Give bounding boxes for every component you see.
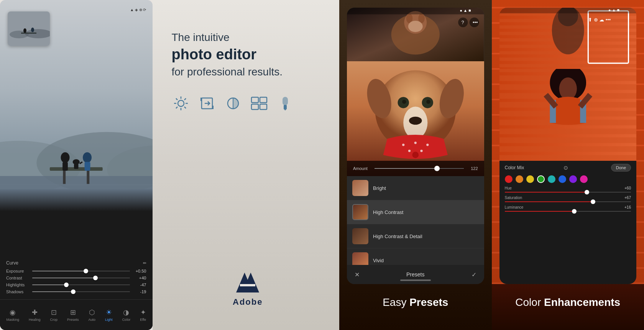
done-button[interactable]: Done xyxy=(611,164,631,172)
toolbar-color[interactable]: ◑ Color xyxy=(122,308,131,322)
toolbar-crop[interactable]: ⊡ Crop xyxy=(50,308,58,322)
amount-slider[interactable] xyxy=(375,168,464,169)
confirm-button[interactable]: ✓ xyxy=(472,271,476,278)
preset-bright-thumb xyxy=(352,180,368,196)
exposure-thumb[interactable] xyxy=(84,269,88,273)
saturation-label: Saturation xyxy=(505,196,522,200)
amount-thumb[interactable] xyxy=(434,166,440,171)
phone-frame-3: ● ▲ ■ ? ••• xyxy=(347,8,484,284)
saturation-fill xyxy=(505,201,593,202)
color-dot-yellow[interactable] xyxy=(526,175,534,183)
hue-slider[interactable] xyxy=(505,192,631,193)
toolbar-masking[interactable]: ◉ Masking xyxy=(7,308,20,322)
crop-label: Crop xyxy=(50,318,58,322)
svg-rect-18 xyxy=(0,189,153,211)
healing-label: Healing xyxy=(29,318,41,322)
caption-text-3: Easy Presets xyxy=(383,296,448,309)
shadows-fill xyxy=(32,291,73,292)
svg-text:?: ? xyxy=(462,20,464,25)
auto-label: Auto xyxy=(89,318,96,322)
svg-point-69 xyxy=(412,152,419,158)
toolbar-auto[interactable]: ⬡ Auto xyxy=(89,308,96,322)
saturation-thumb[interactable] xyxy=(591,199,595,204)
hue-header: Hue +60 xyxy=(505,186,631,190)
contrast-control: Contrast +40 xyxy=(6,276,146,280)
luminance-value: +16 xyxy=(624,205,631,209)
effects-icon: ✦ xyxy=(140,308,146,317)
cancel-button[interactable]: ✕ xyxy=(355,271,360,278)
luminance-control: Luminance +16 xyxy=(505,205,631,212)
preset-bright[interactable]: Bright xyxy=(347,176,484,200)
panel-4-caption: Color Enhancements xyxy=(492,282,644,330)
preset-high-contrast[interactable]: High Contrast xyxy=(347,200,484,224)
toolbar-healing[interactable]: ✚ Healing xyxy=(29,308,41,322)
svg-rect-43 xyxy=(284,105,287,109)
toolbar-light[interactable]: ☀ Light xyxy=(105,308,113,322)
panel-3-caption: Easy Presets xyxy=(339,282,492,330)
caption-normal-4: Color xyxy=(515,296,544,308)
shadows-thumb[interactable] xyxy=(71,289,76,294)
contrast-slider[interactable] xyxy=(32,278,130,278)
color-dot-cyan[interactable] xyxy=(548,175,555,183)
color-dot-orange[interactable] xyxy=(516,175,523,183)
svg-rect-11 xyxy=(62,162,68,171)
svg-text:● ▲ ■: ● ▲ ■ xyxy=(608,8,619,12)
shadows-control: Shadows -19 xyxy=(6,289,146,294)
highlights-control: Highlights -47 xyxy=(6,283,146,287)
exposure-control: Exposure +0.50 xyxy=(6,269,146,273)
color-dot-red[interactable] xyxy=(505,175,513,183)
hue-control: Hue +60 xyxy=(505,186,631,193)
panel-presets: ● ▲ ■ ? ••• xyxy=(339,0,492,330)
amount-bar: Amount 122 xyxy=(347,161,484,176)
svg-rect-13 xyxy=(74,164,78,169)
saturation-value: +67 xyxy=(624,196,631,200)
highlights-fill xyxy=(32,284,66,285)
panel-color-enhance: ● ▲ ■ ⬆ ⊕ ☁ ••• xyxy=(492,0,644,330)
toolbar-presets[interactable]: ⊞ Presets xyxy=(67,308,79,322)
tool-icons-row xyxy=(172,94,324,113)
highlights-slider[interactable] xyxy=(32,284,130,285)
svg-rect-101 xyxy=(499,129,637,134)
svg-rect-41 xyxy=(260,104,267,109)
saturation-slider[interactable] xyxy=(505,201,631,202)
contrast-label: Contrast xyxy=(6,276,29,280)
color-icon: ◑ xyxy=(123,308,129,317)
light-label: Light xyxy=(105,318,113,322)
hue-fill xyxy=(505,192,587,193)
luminance-slider[interactable] xyxy=(505,211,631,212)
luminance-thumb[interactable] xyxy=(572,209,577,214)
svg-line-30 xyxy=(176,98,177,100)
highlights-value: -47 xyxy=(133,283,146,287)
exposure-value: +0.50 xyxy=(133,269,146,273)
contrast-thumb[interactable] xyxy=(93,276,98,280)
hue-thumb[interactable] xyxy=(585,190,589,194)
toolbar-effects[interactable]: ✦ Effe xyxy=(140,308,146,322)
masking-label: Masking xyxy=(7,318,20,322)
color-before-image: ● ▲ ■ ⬆ ⊕ ☁ ••• xyxy=(499,8,637,69)
amount-label: Amount xyxy=(353,166,368,171)
settings-icon[interactable]: ⊙ xyxy=(564,165,568,171)
svg-point-74 xyxy=(420,150,422,152)
svg-point-106 xyxy=(559,77,577,100)
color-dot-green[interactable] xyxy=(537,175,545,183)
preset-high-contrast-detail[interactable]: High Contrast & Detail xyxy=(347,224,484,248)
highlights-thumb[interactable] xyxy=(64,283,69,287)
svg-point-25 xyxy=(178,100,184,106)
color-dot-blue[interactable] xyxy=(559,175,566,183)
exposure-slider[interactable] xyxy=(32,271,130,271)
caption-text-4: Color Enhancements xyxy=(515,296,620,309)
color-dot-magenta[interactable] xyxy=(580,175,588,183)
svg-point-24 xyxy=(31,28,34,32)
svg-line-31 xyxy=(184,107,186,108)
svg-rect-102 xyxy=(499,137,637,143)
svg-rect-42 xyxy=(283,97,288,105)
color-dot-purple[interactable] xyxy=(569,175,577,183)
curve-edit-icon[interactable]: ✏ xyxy=(143,261,146,266)
tagline-line2: photo editor xyxy=(172,46,324,64)
color-label: Color xyxy=(122,318,131,322)
panel-editing: ▲ ◈ ⊕ ⟳ Curve ✏ Exposure +0.50 Contrast xyxy=(0,0,153,330)
presets-label: Presets xyxy=(67,318,79,322)
svg-text:•••: ••• xyxy=(473,20,478,25)
svg-rect-16 xyxy=(85,162,90,171)
shadows-slider[interactable] xyxy=(32,291,130,292)
